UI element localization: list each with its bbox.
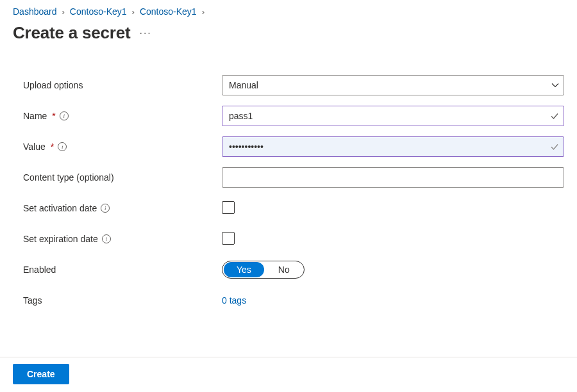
breadcrumb: Dashboard › Contoso-Key1 › Contoso-Key1 … <box>13 6 564 17</box>
more-actions-button[interactable]: ··· <box>139 28 151 39</box>
enabled-toggle[interactable]: Yes No <box>222 261 305 279</box>
expiration-checkbox[interactable] <box>222 232 235 245</box>
chevron-right-icon: › <box>131 7 136 17</box>
info-icon[interactable]: i <box>58 142 67 151</box>
label-text-value: Value <box>23 142 46 152</box>
info-icon[interactable]: i <box>102 234 111 243</box>
enabled-toggle-yes[interactable]: Yes <box>224 262 264 277</box>
chevron-right-icon: › <box>61 7 66 17</box>
info-icon[interactable]: i <box>101 204 110 213</box>
content-type-input[interactable] <box>222 167 564 188</box>
breadcrumb-item-dashboard[interactable]: Dashboard <box>13 6 57 17</box>
label-text-upload-options: Upload options <box>23 80 83 90</box>
label-text-activation: Set activation date <box>23 203 97 213</box>
row-activation: Set activation date i <box>23 197 564 220</box>
activation-checkbox[interactable] <box>222 201 235 214</box>
page-title: Create a secret <box>13 23 130 43</box>
field-value <box>222 136 564 157</box>
row-content-type: Content type (optional) <box>23 166 564 189</box>
row-expiration: Set expiration date i <box>23 227 564 250</box>
label-enabled: Enabled <box>23 265 222 275</box>
label-tags: Tags <box>23 295 222 306</box>
form: Upload options Name * i <box>13 74 564 312</box>
row-enabled: Enabled Yes No <box>23 258 564 281</box>
label-activation: Set activation date i <box>23 203 222 213</box>
name-input[interactable] <box>222 106 564 126</box>
label-text-enabled: Enabled <box>23 265 56 275</box>
info-icon[interactable]: i <box>60 111 69 120</box>
upload-options-select[interactable] <box>222 75 564 95</box>
enabled-toggle-no[interactable]: No <box>264 261 304 278</box>
label-content-type: Content type (optional) <box>23 172 222 183</box>
label-text-expiration: Set expiration date <box>23 234 98 244</box>
value-input[interactable] <box>222 136 564 157</box>
field-content-type <box>222 167 564 188</box>
row-upload-options: Upload options <box>23 74 564 97</box>
field-enabled: Yes No <box>222 261 564 279</box>
label-text-name: Name <box>23 111 47 121</box>
label-text-content-type: Content type (optional) <box>23 172 114 183</box>
field-tags: 0 tags <box>222 295 564 306</box>
field-upload-options <box>222 75 564 95</box>
required-asterisk: * <box>51 142 54 152</box>
chevron-right-icon: › <box>201 7 206 17</box>
title-row: Create a secret ··· <box>13 23 564 43</box>
field-activation <box>222 201 564 216</box>
row-tags: Tags 0 tags <box>23 289 564 312</box>
label-value: Value * i <box>23 142 222 152</box>
field-expiration <box>222 232 564 247</box>
tags-link[interactable]: 0 tags <box>222 295 246 306</box>
required-asterisk: * <box>52 111 55 121</box>
field-name <box>222 106 564 126</box>
row-name: Name * i <box>23 104 564 127</box>
row-value: Value * i <box>23 135 564 158</box>
breadcrumb-item-contoso-key1-2[interactable]: Contoso-Key1 <box>140 6 197 17</box>
label-expiration: Set expiration date i <box>23 234 222 244</box>
label-text-tags: Tags <box>23 295 42 306</box>
label-upload-options: Upload options <box>23 80 222 90</box>
breadcrumb-item-contoso-key1-1[interactable]: Contoso-Key1 <box>70 6 127 17</box>
label-name: Name * i <box>23 111 222 121</box>
